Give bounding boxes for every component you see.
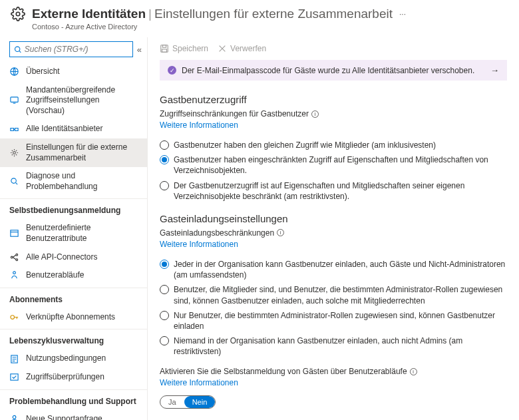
- radio-icon: [160, 140, 169, 150]
- sidebar-item[interactable]: Benutzerabläufe: [0, 266, 147, 285]
- radio-icon: [160, 311, 169, 320]
- sidebar-item[interactable]: Zugriffsüberprüfungen: [0, 368, 147, 387]
- sidebar-item-label: Neue Supportanfrage: [26, 414, 102, 421]
- radio-option[interactable]: Jeder in der Organisation kann Gastbenut…: [160, 257, 507, 282]
- svg-point-12: [13, 272, 16, 274]
- sidebar-item[interactable]: Diagnose und Problembehandlung: [0, 167, 147, 196]
- radio-option[interactable]: Benutzer, die Mitglieder sind, und Benut…: [160, 282, 507, 308]
- nav-heading-abonnements: Abonnements: [0, 288, 147, 308]
- sidebar-item-label: Zugriffsüberprüfungen: [26, 372, 104, 383]
- svg-rect-8: [11, 230, 18, 236]
- sidebar: « ÜbersichtMandantenübergreifende Zugrif…: [0, 37, 148, 420]
- radio-option[interactable]: Gastbenutzer haben den gleichen Zugriff …: [160, 138, 507, 152]
- sidebar-item-label: Verknüpfte Abonnements: [26, 312, 115, 323]
- svg-rect-19: [162, 49, 167, 52]
- radio-label: Gastbenutzer haben den gleichen Zugriff …: [174, 140, 436, 150]
- radio-option[interactable]: Gastbenutzer haben eingeschränkten Zugri…: [160, 152, 507, 178]
- radio-label: Jeder in der Organisation kann Gastbenut…: [174, 259, 507, 280]
- check-icon: ✓: [168, 66, 176, 75]
- radio-icon: [160, 285, 169, 294]
- api-icon: [9, 252, 19, 262]
- breadcrumb: Contoso - Azure Active Directory: [0, 23, 519, 37]
- section-title-guest-access: Gastbenutzerzugriff: [160, 94, 507, 105]
- section-title-invite: Gasteinladungseinstellungen: [160, 213, 507, 224]
- sidebar-item[interactable]: Mandantenübergreifende Zugriffseinstellu…: [0, 81, 147, 120]
- sidebar-item[interactable]: Verknüpfte Abonnements: [0, 308, 147, 327]
- sidebar-item[interactable]: Alle API-Connectors: [0, 248, 147, 267]
- sidebar-item-label: Nutzungsbedingungen: [26, 353, 106, 364]
- sidebar-item[interactable]: Übersicht: [0, 63, 147, 81]
- sidebar-item-label: Benutzerabläufe: [26, 270, 84, 281]
- radio-icon: [160, 155, 169, 164]
- diagnose-icon: [9, 176, 19, 186]
- info-icon[interactable]: i: [410, 368, 417, 375]
- sidebar-item[interactable]: Neue Supportanfrage: [0, 410, 147, 421]
- info-icon[interactable]: i: [311, 110, 319, 118]
- banner-arrow-icon[interactable]: →: [490, 65, 499, 75]
- radio-label: Niemand in der Organisation kann Gastben…: [174, 335, 507, 357]
- attrs-icon: [9, 228, 19, 238]
- svg-point-16: [13, 415, 16, 419]
- svg-point-10: [16, 254, 18, 256]
- page-title: Externe Identitäten: [32, 7, 146, 21]
- save-button[interactable]: Speichern: [160, 44, 208, 53]
- radio-label: Gastbenutzer haben eingeschränkten Zugri…: [174, 154, 507, 176]
- radio-option[interactable]: Niemand in der Organisation kann Gastben…: [160, 333, 507, 359]
- sidebar-item[interactable]: Benutzerdefinierte Benutzerattribute: [0, 219, 147, 248]
- more-icon[interactable]: ···: [399, 9, 406, 19]
- globe-icon: [9, 67, 19, 77]
- sidebar-item[interactable]: Einstellungen für die externe Zusammenar…: [0, 138, 147, 167]
- svg-point-1: [15, 47, 19, 51]
- sidebar-item-label: Mandantenübergreifende Zugriffseinstellu…: [26, 85, 138, 116]
- svg-rect-5: [15, 128, 18, 130]
- radio-option[interactable]: Nur Benutzer, die bestimmten Administrat…: [160, 308, 507, 333]
- screen-icon: [9, 95, 19, 105]
- svg-rect-18: [162, 45, 166, 48]
- link-selfservice-more[interactable]: Weitere Informationen: [160, 378, 238, 387]
- collapse-sidebar-icon[interactable]: «: [137, 45, 142, 55]
- radio-icon: [160, 336, 169, 345]
- svg-point-0: [16, 12, 20, 16]
- search-field[interactable]: [25, 45, 128, 54]
- reviews-icon: [9, 372, 19, 382]
- search-input[interactable]: [9, 41, 133, 57]
- key-icon: [9, 312, 19, 322]
- page-header: Externe Identitäten | Einstellungen für …: [0, 0, 519, 23]
- radio-option[interactable]: Der Gastbenutzerzugriff ist auf Eigensch…: [160, 178, 507, 204]
- sidebar-item-label: Einstellungen für die externe Zusammenar…: [26, 142, 138, 163]
- radio-label: Nur Benutzer, die bestimmten Administrat…: [174, 310, 507, 331]
- radio-icon: [160, 260, 169, 269]
- info-icon[interactable]: i: [277, 229, 284, 236]
- gear-icon: [9, 148, 19, 158]
- radio-label: Der Gastbenutzerzugriff ist auf Eigensch…: [174, 180, 507, 202]
- sidebar-item[interactable]: Alle Identitätsanbieter: [0, 120, 147, 138]
- radio-icon: [160, 181, 169, 190]
- svg-point-13: [11, 315, 15, 319]
- sidebar-item-label: Diagnose und Problembehandlung: [26, 171, 138, 192]
- support-icon: [9, 414, 19, 420]
- nav-heading-support: Problembehandlung und Support: [0, 389, 147, 410]
- svg-point-6: [13, 152, 16, 154]
- sidebar-item-label: Benutzerdefinierte Benutzerattribute: [26, 223, 138, 244]
- svg-rect-4: [11, 128, 14, 130]
- sidebar-item-label: Alle Identitätsanbieter: [26, 124, 102, 134]
- field-label-invite: Gasteinladungsbeschränkungen i: [160, 228, 507, 238]
- link-guest-access-more[interactable]: Weitere Informationen: [160, 120, 238, 130]
- sidebar-item[interactable]: Nutzungsbedingungen: [0, 349, 147, 368]
- field-label-selfservice: Aktivieren Sie die Selbstanmeldung von G…: [160, 367, 507, 376]
- banner-text: Der E-Mail-Einmalpasscode für Gäste wurd…: [182, 66, 474, 75]
- gear-icon: [11, 7, 25, 21]
- terms-icon: [9, 354, 19, 364]
- flow-icon: [9, 270, 19, 280]
- toolbar: Speichern Verwerfen: [160, 40, 507, 60]
- radio-label: Benutzer, die Mitglieder sind, und Benut…: [174, 284, 507, 306]
- nav-heading-lifecycle: Lebenszyklusverwaltung: [0, 329, 147, 349]
- discard-button[interactable]: Verwerfen: [218, 44, 266, 53]
- svg-rect-3: [11, 97, 18, 103]
- nav-heading-selfservice: Selbstbedienungsanmeldung: [0, 198, 147, 219]
- link-invite-more[interactable]: Weitere Informationen: [160, 240, 238, 249]
- selfservice-toggle[interactable]: Ja Nein: [160, 395, 216, 409]
- svg-point-9: [11, 256, 13, 258]
- info-banner: ✓ Der E-Mail-Einmalpasscode für Gäste wu…: [160, 60, 507, 81]
- connect-icon: [9, 124, 19, 134]
